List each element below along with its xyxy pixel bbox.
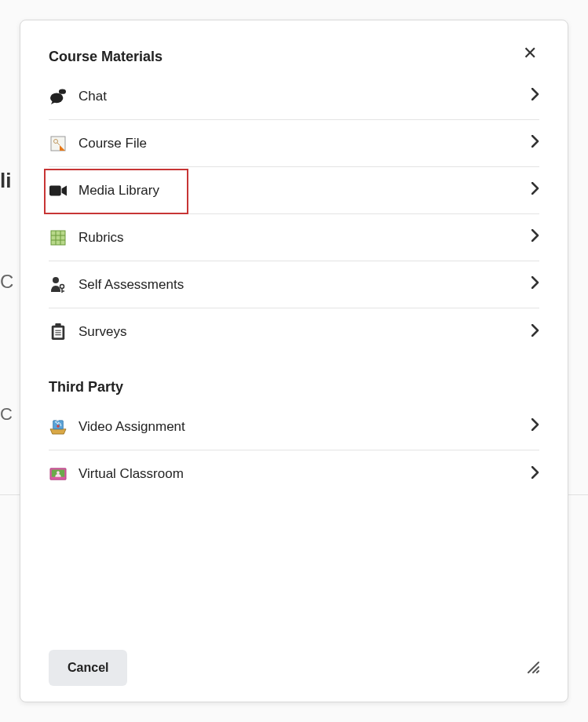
close-button[interactable]: ✕	[519, 42, 541, 64]
menu-label: Chat	[79, 89, 531, 104]
menu-item-self-assessments[interactable]: Self Assessments	[49, 261, 539, 308]
svg-point-12	[60, 284, 64, 288]
svg-point-25	[57, 471, 60, 474]
chevron-right-icon	[531, 229, 539, 246]
svg-rect-6	[51, 231, 65, 245]
section-third-party: Third Party Video Assignment	[49, 379, 539, 498]
resize-handle-icon[interactable]	[525, 659, 539, 677]
cancel-button[interactable]: Cancel	[49, 650, 127, 686]
menu-label: Course File	[79, 136, 531, 151]
background-text: li	[0, 169, 11, 193]
section-title-course-materials: Course Materials	[49, 49, 539, 65]
svg-line-28	[537, 671, 539, 673]
section-title-third-party: Third Party	[49, 379, 539, 396]
chevron-right-icon	[531, 418, 539, 435]
video-assignment-icon	[49, 418, 68, 436]
menu-item-rubrics[interactable]: Rubrics	[49, 214, 539, 261]
menu-label: Media Library	[79, 183, 531, 199]
svg-point-1	[59, 89, 66, 93]
menu-item-media-library[interactable]: Media Library	[49, 167, 539, 214]
menu-item-virtual-classroom[interactable]: Virtual Classroom	[49, 450, 539, 498]
svg-point-22	[57, 425, 60, 428]
svg-rect-17	[55, 323, 60, 327]
chat-icon	[49, 87, 68, 106]
menu-label: Rubrics	[79, 230, 531, 246]
svg-point-11	[53, 277, 59, 283]
chevron-right-icon	[531, 324, 539, 341]
chevron-right-icon	[531, 182, 539, 199]
chevron-right-icon	[531, 466, 539, 483]
background-text: C	[0, 404, 13, 425]
dialog-footer: Cancel	[49, 640, 539, 686]
clipboard-icon	[49, 323, 68, 341]
menu-label: Video Assignment	[79, 419, 531, 435]
menu-item-surveys[interactable]: Surveys	[49, 308, 539, 356]
svg-rect-21	[53, 420, 64, 428]
chevron-right-icon	[531, 88, 539, 104]
chevron-right-icon	[531, 135, 539, 151]
svg-rect-5	[49, 185, 61, 195]
add-activity-dialog: ✕ Course Materials Chat	[20, 20, 568, 702]
menu-item-video-assignment[interactable]: Video Assignment	[49, 403, 539, 450]
menu-item-chat[interactable]: Chat	[49, 73, 539, 120]
virtual-classroom-icon	[49, 465, 68, 483]
menu-label: Surveys	[79, 324, 531, 340]
svg-line-26	[528, 662, 539, 673]
background-text: C	[0, 271, 13, 293]
video-icon	[49, 181, 68, 200]
menu-label: Self Assessments	[79, 277, 531, 293]
grid-icon	[49, 228, 68, 247]
close-icon: ✕	[523, 43, 537, 64]
menu-label: Virtual Classroom	[79, 466, 531, 482]
menu-item-course-file[interactable]: Course File	[49, 120, 539, 167]
section-course-materials: Course Materials Chat	[49, 49, 539, 356]
file-icon	[49, 134, 68, 153]
person-key-icon	[49, 275, 68, 294]
svg-point-0	[50, 93, 63, 103]
chevron-right-icon	[531, 276, 539, 293]
